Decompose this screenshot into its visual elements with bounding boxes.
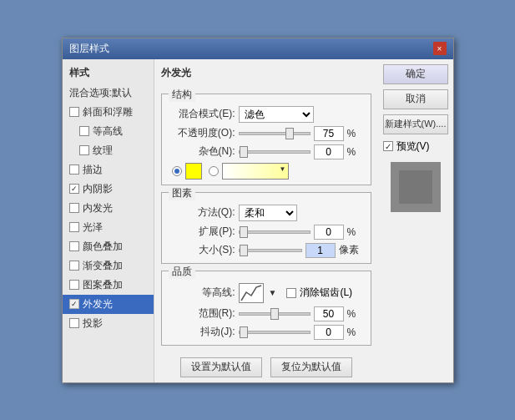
opacity-input[interactable] — [314, 126, 344, 141]
color-row — [169, 163, 364, 180]
noise-row: 杂色(N): % — [169, 144, 364, 159]
sidebar-item-label: 混合选项:默认 — [69, 86, 132, 100]
size-input[interactable] — [305, 243, 336, 258]
size-label: 大小(S): — [169, 243, 235, 257]
range-slider[interactable] — [239, 312, 311, 316]
sidebar-item-pattern-overlay[interactable]: 图案叠加 — [63, 276, 154, 295]
checkbox-bevel[interactable] — [69, 107, 79, 117]
contour-arrow[interactable]: ▼ — [269, 288, 277, 297]
sidebar-item-bevel-emboss[interactable]: 斜面和浮雕 — [63, 103, 154, 122]
size-slider[interactable] — [239, 249, 302, 252]
sidebar-item-outer-glow[interactable]: ✓ 外发光 — [63, 295, 154, 314]
noise-label: 杂色(N): — [169, 144, 235, 159]
opacity-label: 不透明度(O): — [169, 126, 235, 140]
checkbox-contour[interactable] — [79, 126, 89, 136]
size-row: 大小(S): 像素 — [169, 243, 364, 258]
range-slider-container — [239, 312, 311, 316]
sidebar-item-gradient-overlay[interactable]: 渐变叠加 — [63, 256, 154, 276]
checkbox-drop-shadow[interactable] — [69, 318, 79, 328]
sidebar-item-label: 渐变叠加 — [83, 259, 123, 273]
contour-row: 等高线: ▼ 消除锯齿(L) — [169, 283, 364, 303]
remove-jagged-label: 消除锯齿(L) — [300, 286, 352, 300]
preview-inner — [399, 170, 432, 204]
checkbox-gradient-overlay[interactable] — [69, 261, 79, 271]
section-waifaguang-title: 外发光 — [161, 66, 371, 80]
blend-mode-label: 混合模式(E): — [169, 107, 235, 121]
sidebar-item-label: 颜色叠加 — [83, 240, 123, 254]
set-default-button[interactable]: 设置为默认值 — [180, 357, 262, 377]
sidebar-item-label: 纹理 — [93, 144, 113, 158]
jitter-label: 抖动(J): — [169, 325, 235, 339]
new-style-button[interactable]: 新建样式(W).... — [383, 114, 448, 134]
remove-jagged-row: 消除锯齿(L) — [286, 286, 352, 300]
sidebar-item-label: 等高线 — [93, 124, 123, 139]
size-unit: 像素 — [339, 243, 364, 257]
contour-swatch[interactable] — [239, 283, 264, 303]
sidebar-item-label: 光泽 — [83, 220, 103, 235]
dialog-title: 图层样式 — [69, 42, 109, 56]
method-select[interactable]: 柔和 — [239, 205, 297, 221]
radio-gradient-color[interactable] — [209, 166, 219, 176]
checkbox-stroke[interactable] — [69, 164, 79, 175]
close-button[interactable]: × — [433, 42, 447, 55]
spread-slider-container — [239, 230, 311, 234]
spread-input[interactable] — [314, 225, 344, 240]
preview-label: 预览(V) — [396, 139, 430, 154]
checkbox-preview[interactable] — [383, 141, 393, 151]
gradient-color-swatch[interactable] — [222, 163, 289, 180]
layer-style-dialog: 图层样式 × 样式 混合选项:默认 斜面和浮雕 等高线 纹理 — [62, 38, 454, 383]
sidebar-item-color-overlay[interactable]: 颜色叠加 — [63, 237, 154, 256]
range-unit: % — [347, 308, 364, 320]
spread-row: 扩展(P): % — [169, 225, 364, 240]
jitter-slider-container — [239, 331, 311, 334]
noise-slider-container — [239, 150, 311, 154]
checkbox-texture[interactable] — [79, 145, 89, 155]
sidebar-item-satin[interactable]: 光泽 — [63, 218, 154, 237]
checkbox-outer-glow[interactable]: ✓ — [69, 299, 79, 309]
sidebar-item-contour[interactable]: 等高线 — [63, 122, 154, 141]
preview-checkbox-row: 预览(V) — [383, 139, 448, 154]
sidebar: 样式 混合选项:默认 斜面和浮雕 等高线 纹理 描边 — [63, 59, 154, 382]
section-tusu-title: 图素 — [169, 186, 195, 200]
sidebar-title: 样式 — [63, 63, 154, 83]
sidebar-item-inner-glow[interactable]: 内发光 — [63, 199, 154, 218]
sidebar-item-texture[interactable]: 纹理 — [63, 141, 154, 160]
size-slider-container — [239, 249, 302, 252]
method-label: 方法(Q): — [169, 205, 235, 220]
footer-buttons: 设置为默认值 复位为默认值 — [154, 352, 378, 382]
sidebar-item-stroke[interactable]: 描边 — [63, 160, 154, 180]
checkbox-inner-glow[interactable] — [69, 203, 79, 213]
radio-solid-color[interactable] — [172, 166, 182, 176]
sidebar-item-inner-shadow[interactable]: ✓ 内阴影 — [63, 180, 154, 199]
checkbox-pattern-overlay[interactable] — [69, 280, 79, 290]
confirm-button[interactable]: 确定 — [383, 64, 448, 84]
blend-mode-select[interactable]: 滤色 — [239, 106, 314, 123]
checkbox-satin[interactable] — [69, 222, 79, 232]
jitter-input[interactable] — [314, 325, 344, 340]
method-row: 方法(Q): 柔和 — [169, 205, 364, 221]
range-label: 范围(R): — [169, 306, 235, 321]
noise-input[interactable] — [314, 144, 344, 159]
solid-color-swatch[interactable] — [185, 163, 202, 180]
checkbox-inner-shadow[interactable]: ✓ — [69, 184, 79, 194]
sidebar-item-blend-options[interactable]: 混合选项:默认 — [63, 83, 154, 103]
preview-box — [391, 162, 441, 212]
blend-mode-row: 混合模式(E): 滤色 — [169, 106, 364, 123]
checkbox-remove-jagged[interactable] — [286, 288, 296, 298]
checkbox-color-overlay[interactable] — [69, 241, 79, 251]
sidebar-item-label: 内阴影 — [83, 182, 113, 196]
reset-default-button[interactable]: 复位为默认值 — [270, 357, 352, 377]
sidebar-item-drop-shadow[interactable]: 投影 — [63, 314, 154, 333]
opacity-slider[interactable] — [239, 132, 311, 135]
range-row: 范围(R): % — [169, 306, 364, 321]
jitter-slider[interactable] — [239, 331, 311, 334]
range-input[interactable] — [314, 306, 344, 321]
section-jiegou-title: 结构 — [169, 88, 195, 102]
cancel-button[interactable]: 取消 — [383, 89, 448, 109]
spread-slider[interactable] — [239, 230, 311, 234]
opacity-row: 不透明度(O): % — [169, 126, 364, 141]
sidebar-item-label: 内发光 — [83, 201, 113, 215]
noise-unit: % — [347, 146, 364, 158]
jitter-unit: % — [347, 326, 364, 338]
noise-slider[interactable] — [239, 150, 311, 154]
